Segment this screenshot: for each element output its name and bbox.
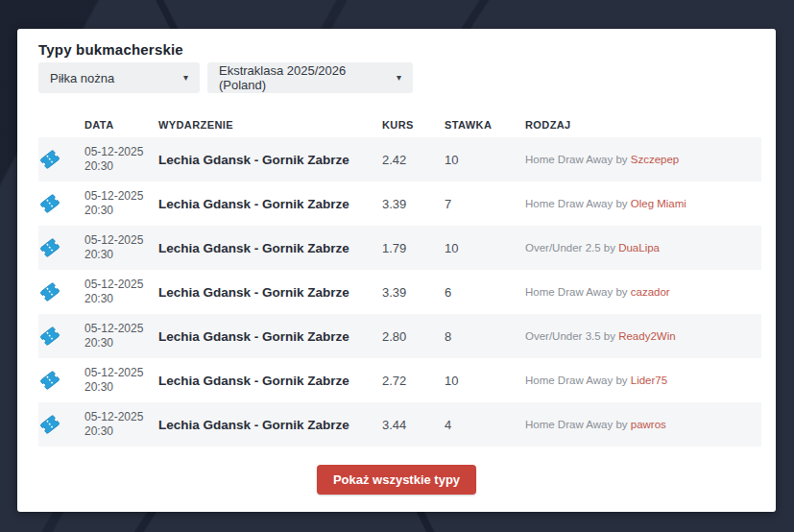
- stawka-cell: 10: [445, 153, 525, 167]
- row-icon-cell: [38, 415, 84, 434]
- kurs-cell: 3.39: [382, 197, 445, 211]
- time-value: 20:30: [84, 159, 158, 174]
- header-rodzaj: RODZAJ: [525, 119, 761, 131]
- time-value: 20:30: [84, 336, 158, 351]
- ticket-icon: [36, 278, 63, 305]
- ticket-icon: [36, 367, 63, 394]
- caret-down-icon: ▾: [183, 73, 188, 83]
- sport-dropdown[interactable]: Piłka nożna ▾: [38, 62, 200, 93]
- ticket-icon: [36, 323, 63, 350]
- bet-type-label: Home Draw Away by: [525, 286, 628, 298]
- bet-type-label: Home Draw Away by: [525, 154, 628, 165]
- ticket-icon: [36, 234, 63, 261]
- tip-row: 05-12-2025 20:30 Lechia Gdansk - Gornik …: [38, 181, 761, 226]
- bet-type-label: Over/Under 3.5 by: [525, 330, 615, 342]
- tips-card: Typy bukmacherskie Piłka nożna ▾ Ekstrak…: [17, 29, 776, 512]
- date-cell: 05-12-2025 20:30: [84, 189, 158, 218]
- row-icon-cell: [38, 150, 84, 169]
- date-cell: 05-12-2025 20:30: [84, 366, 158, 395]
- tipster-link[interactable]: cazador: [631, 286, 670, 298]
- stawka-cell: 8: [445, 329, 525, 344]
- tipster-link[interactable]: Lider75: [631, 375, 667, 386]
- row-icon-cell: [38, 238, 84, 257]
- tip-row: 05-12-2025 20:30 Lechia Gdansk - Gornik …: [38, 358, 761, 402]
- tip-row: 05-12-2025 20:30 Lechia Gdansk - Gornik …: [38, 226, 761, 270]
- caret-down-icon: ▾: [397, 73, 401, 83]
- table-body: 05-12-2025 20:30 Lechia Gdansk - Gornik …: [38, 137, 761, 447]
- tipster-link[interactable]: Szczepep: [631, 154, 680, 165]
- time-value: 20:30: [84, 292, 158, 306]
- league-dropdown-value: Ekstraklasa 2025/2026 (Poland): [219, 63, 387, 92]
- table-footer: Pokaż wszystkie typy: [17, 447, 776, 512]
- kurs-cell: 2.72: [382, 374, 445, 388]
- filters-bar: Piłka nożna ▾ Ekstraklasa 2025/2026 (Pol…: [38, 62, 776, 93]
- tip-row: 05-12-2025 20:30 Lechia Gdansk - Gornik …: [38, 270, 761, 314]
- row-icon-cell: [38, 194, 84, 213]
- rodzaj-cell: Home Draw Away by pawros: [525, 419, 761, 430]
- ticket-icon: [36, 190, 63, 217]
- tip-row: 05-12-2025 20:30 Lechia Gdansk - Gornik …: [38, 137, 761, 181]
- tipster-link[interactable]: Ready2Win: [618, 330, 675, 342]
- bet-type-label: Over/Under 2.5 by: [525, 242, 615, 254]
- time-value: 20:30: [84, 204, 158, 218]
- rodzaj-cell: Over/Under 2.5 by DuaLipa: [525, 242, 761, 254]
- date-value: 05-12-2025: [84, 410, 158, 424]
- date-cell: 05-12-2025 20:30: [84, 233, 158, 262]
- date-value: 05-12-2025: [84, 145, 158, 159]
- date-value: 05-12-2025: [84, 233, 158, 248]
- event-cell: Lechia Gdansk - Gornik Zabrze: [158, 418, 382, 432]
- rodzaj-cell: Home Draw Away by Lider75: [525, 375, 761, 386]
- time-value: 20:30: [84, 424, 158, 439]
- kurs-cell: 2.42: [382, 153, 445, 167]
- stawka-cell: 10: [445, 374, 525, 388]
- bet-type-label: Home Draw Away by: [525, 419, 628, 430]
- event-cell: Lechia Gdansk - Gornik Zabrze: [158, 374, 382, 388]
- date-value: 05-12-2025: [84, 278, 158, 292]
- rodzaj-cell: Home Draw Away by Oleg Miami: [525, 198, 761, 209]
- date-cell: 05-12-2025 20:30: [84, 410, 158, 439]
- row-icon-cell: [38, 326, 84, 346]
- date-cell: 05-12-2025 20:30: [84, 145, 158, 174]
- stawka-cell: 6: [445, 285, 525, 300]
- date-value: 05-12-2025: [84, 366, 158, 380]
- header-stawka: STAWKA: [445, 119, 525, 131]
- tipster-link[interactable]: DuaLipa: [618, 242, 660, 254]
- event-cell: Lechia Gdansk - Gornik Zabrze: [158, 197, 382, 211]
- time-value: 20:30: [84, 380, 158, 395]
- event-cell: Lechia Gdansk - Gornik Zabrze: [158, 241, 382, 255]
- header-data: DATA: [84, 119, 158, 131]
- date-value: 05-12-2025: [84, 189, 158, 204]
- time-value: 20:30: [84, 248, 158, 262]
- page-title: Typy bukmacherskie: [38, 41, 776, 59]
- tips-table: DATA WYDARZENIE KURS STAWKA RODZAJ 05-12…: [38, 112, 761, 447]
- event-cell: Lechia Gdansk - Gornik Zabrze: [158, 285, 382, 300]
- stawka-cell: 7: [445, 197, 525, 211]
- kurs-cell: 3.39: [382, 285, 445, 300]
- table-header: DATA WYDARZENIE KURS STAWKA RODZAJ: [38, 112, 761, 137]
- tipster-link[interactable]: pawros: [631, 419, 666, 430]
- tip-row: 05-12-2025 20:30 Lechia Gdansk - Gornik …: [38, 314, 761, 358]
- rodzaj-cell: Home Draw Away by cazador: [525, 286, 761, 298]
- show-all-tips-button[interactable]: Pokaż wszystkie typy: [317, 465, 476, 495]
- event-cell: Lechia Gdansk - Gornik Zabrze: [158, 153, 382, 167]
- bet-type-label: Home Draw Away by: [525, 375, 628, 386]
- header-wydarzenie: WYDARZENIE: [158, 119, 382, 131]
- ticket-icon: [36, 411, 63, 438]
- header-kurs: KURS: [382, 119, 445, 131]
- tipster-link[interactable]: Oleg Miami: [631, 198, 686, 209]
- event-cell: Lechia Gdansk - Gornik Zabrze: [158, 329, 382, 344]
- sport-dropdown-value: Piłka nożna: [50, 71, 114, 85]
- stawka-cell: 4: [445, 418, 525, 432]
- rodzaj-cell: Over/Under 3.5 by Ready2Win: [525, 330, 761, 342]
- stawka-cell: 10: [445, 241, 525, 255]
- date-value: 05-12-2025: [84, 322, 158, 336]
- kurs-cell: 1.79: [382, 241, 445, 255]
- row-icon-cell: [38, 371, 84, 390]
- kurs-cell: 2.80: [382, 329, 445, 344]
- row-icon-cell: [38, 282, 84, 302]
- ticket-icon: [36, 146, 63, 173]
- date-cell: 05-12-2025 20:30: [84, 322, 158, 351]
- league-dropdown[interactable]: Ekstraklasa 2025/2026 (Poland) ▾: [207, 62, 413, 93]
- kurs-cell: 3.44: [382, 418, 445, 432]
- tip-row: 05-12-2025 20:30 Lechia Gdansk - Gornik …: [38, 402, 761, 447]
